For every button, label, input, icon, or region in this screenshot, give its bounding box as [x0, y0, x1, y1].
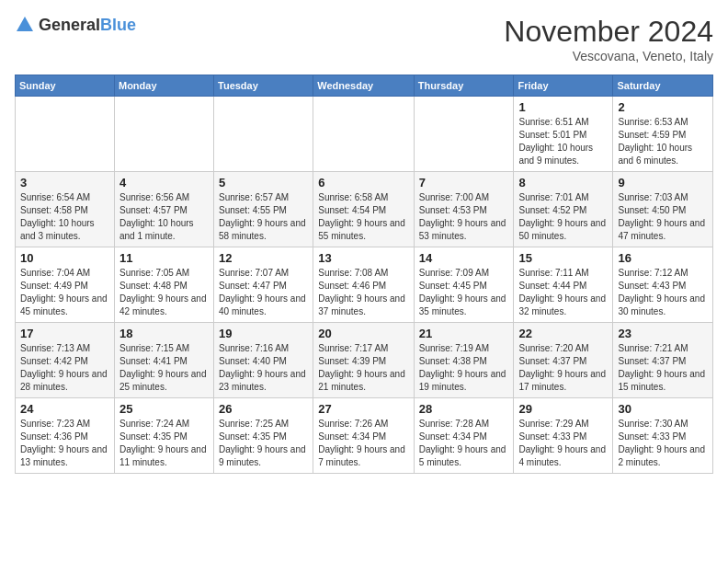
calendar-body: 1Sunrise: 6:51 AM Sunset: 5:01 PM Daylig…: [16, 97, 713, 474]
day-number: 6: [318, 176, 409, 190]
day-info: Sunrise: 7:01 AM Sunset: 4:52 PM Dayligh…: [518, 191, 608, 243]
day-info: Sunrise: 7:23 AM Sunset: 4:36 PM Dayligh…: [20, 418, 109, 469]
day-cell: 29Sunrise: 7:29 AM Sunset: 4:33 PM Dayli…: [514, 398, 613, 474]
day-cell: 10Sunrise: 7:04 AM Sunset: 4:49 PM Dayli…: [16, 247, 115, 323]
day-info: Sunrise: 7:17 AM Sunset: 4:39 PM Dayligh…: [318, 342, 409, 394]
day-number: 11: [119, 251, 209, 265]
header-cell-thursday: Thursday: [414, 75, 514, 97]
day-cell: [313, 97, 415, 172]
day-info: Sunrise: 7:28 AM Sunset: 4:34 PM Dayligh…: [419, 418, 509, 469]
day-number: 10: [20, 251, 109, 265]
day-info: Sunrise: 7:08 AM Sunset: 4:46 PM Dayligh…: [318, 267, 409, 318]
svg-marker-0: [17, 17, 33, 31]
day-info: Sunrise: 7:04 AM Sunset: 4:49 PM Dayligh…: [20, 267, 109, 318]
day-number: 26: [219, 402, 308, 416]
day-number: 3: [20, 176, 109, 190]
header-cell-wednesday: Wednesday: [313, 75, 415, 97]
day-cell: 23Sunrise: 7:21 AM Sunset: 4:37 PM Dayli…: [613, 323, 713, 398]
day-info: Sunrise: 7:26 AM Sunset: 4:34 PM Dayligh…: [318, 418, 409, 469]
day-number: 7: [419, 176, 509, 190]
day-info: Sunrise: 7:05 AM Sunset: 4:48 PM Dayligh…: [119, 267, 209, 318]
week-row-0: 1Sunrise: 6:51 AM Sunset: 5:01 PM Daylig…: [16, 97, 713, 172]
day-cell: [114, 97, 213, 172]
day-cell: 11Sunrise: 7:05 AM Sunset: 4:48 PM Dayli…: [114, 247, 213, 323]
day-number: 17: [20, 327, 109, 340]
week-row-1: 3Sunrise: 6:54 AM Sunset: 4:58 PM Daylig…: [16, 172, 713, 247]
day-cell: 14Sunrise: 7:09 AM Sunset: 4:45 PM Dayli…: [414, 247, 514, 323]
day-cell: 6Sunrise: 6:58 AM Sunset: 4:54 PM Daylig…: [313, 172, 415, 247]
day-number: 16: [618, 251, 708, 265]
day-info: Sunrise: 6:54 AM Sunset: 4:58 PM Dayligh…: [20, 191, 109, 243]
header-cell-tuesday: Tuesday: [214, 75, 313, 97]
day-cell: 2Sunrise: 6:53 AM Sunset: 4:59 PM Daylig…: [613, 97, 713, 172]
logo: GeneralBlue: [15, 15, 136, 35]
header-cell-saturday: Saturday: [613, 75, 713, 97]
day-cell: 24Sunrise: 7:23 AM Sunset: 4:36 PM Dayli…: [16, 398, 115, 474]
day-number: 14: [419, 251, 509, 265]
day-number: 23: [618, 327, 708, 340]
day-cell: 19Sunrise: 7:16 AM Sunset: 4:40 PM Dayli…: [214, 323, 313, 398]
day-info: Sunrise: 6:53 AM Sunset: 4:59 PM Dayligh…: [618, 116, 708, 167]
week-row-3: 17Sunrise: 7:13 AM Sunset: 4:42 PM Dayli…: [16, 323, 713, 398]
calendar-header: SundayMondayTuesdayWednesdayThursdayFrid…: [16, 75, 713, 97]
day-number: 2: [618, 100, 708, 114]
day-number: 19: [219, 327, 308, 340]
day-info: Sunrise: 7:07 AM Sunset: 4:47 PM Dayligh…: [219, 267, 308, 318]
logo-text-general: General: [39, 16, 100, 34]
location-subtitle: Vescovana, Veneto, Italy: [504, 49, 713, 63]
day-cell: 16Sunrise: 7:12 AM Sunset: 4:43 PM Dayli…: [613, 247, 713, 323]
day-info: Sunrise: 7:19 AM Sunset: 4:38 PM Dayligh…: [419, 342, 509, 394]
day-number: 30: [618, 402, 708, 416]
logo-text-blue: Blue: [100, 16, 136, 34]
day-cell: 28Sunrise: 7:28 AM Sunset: 4:34 PM Dayli…: [414, 398, 514, 474]
day-info: Sunrise: 7:24 AM Sunset: 4:35 PM Dayligh…: [119, 418, 209, 469]
week-row-4: 24Sunrise: 7:23 AM Sunset: 4:36 PM Dayli…: [16, 398, 713, 474]
day-number: 25: [119, 402, 209, 416]
day-number: 5: [219, 176, 308, 190]
day-cell: 7Sunrise: 7:00 AM Sunset: 4:53 PM Daylig…: [414, 172, 514, 247]
day-info: Sunrise: 7:00 AM Sunset: 4:53 PM Dayligh…: [419, 191, 509, 243]
logo-icon: [15, 15, 35, 35]
day-info: Sunrise: 6:58 AM Sunset: 4:54 PM Dayligh…: [318, 191, 409, 243]
day-number: 21: [419, 327, 509, 340]
day-number: 27: [318, 402, 409, 416]
day-info: Sunrise: 7:09 AM Sunset: 4:45 PM Dayligh…: [419, 267, 509, 318]
day-cell: 18Sunrise: 7:15 AM Sunset: 4:41 PM Dayli…: [114, 323, 213, 398]
day-info: Sunrise: 7:13 AM Sunset: 4:42 PM Dayligh…: [20, 342, 109, 394]
day-cell: 22Sunrise: 7:20 AM Sunset: 4:37 PM Dayli…: [514, 323, 613, 398]
day-number: 24: [20, 402, 109, 416]
day-number: 22: [518, 327, 608, 340]
day-cell: 21Sunrise: 7:19 AM Sunset: 4:38 PM Dayli…: [414, 323, 514, 398]
day-cell: 20Sunrise: 7:17 AM Sunset: 4:39 PM Dayli…: [313, 323, 415, 398]
day-number: 9: [618, 176, 708, 190]
day-number: 18: [119, 327, 209, 340]
day-cell: [414, 97, 514, 172]
day-cell: 15Sunrise: 7:11 AM Sunset: 4:44 PM Dayli…: [514, 247, 613, 323]
day-cell: 27Sunrise: 7:26 AM Sunset: 4:34 PM Dayli…: [313, 398, 415, 474]
month-title: November 2024: [504, 15, 713, 49]
day-cell: 17Sunrise: 7:13 AM Sunset: 4:42 PM Dayli…: [16, 323, 115, 398]
day-info: Sunrise: 6:56 AM Sunset: 4:57 PM Dayligh…: [119, 191, 209, 243]
day-info: Sunrise: 7:21 AM Sunset: 4:37 PM Dayligh…: [618, 342, 708, 394]
day-info: Sunrise: 6:51 AM Sunset: 5:01 PM Dayligh…: [518, 116, 608, 167]
day-info: Sunrise: 7:11 AM Sunset: 4:44 PM Dayligh…: [518, 267, 608, 318]
day-cell: 9Sunrise: 7:03 AM Sunset: 4:50 PM Daylig…: [613, 172, 713, 247]
day-cell: 26Sunrise: 7:25 AM Sunset: 4:35 PM Dayli…: [214, 398, 313, 474]
header-row: SundayMondayTuesdayWednesdayThursdayFrid…: [16, 75, 713, 97]
day-cell: 8Sunrise: 7:01 AM Sunset: 4:52 PM Daylig…: [514, 172, 613, 247]
day-number: 1: [518, 100, 608, 114]
day-info: Sunrise: 7:16 AM Sunset: 4:40 PM Dayligh…: [219, 342, 308, 394]
day-cell: 25Sunrise: 7:24 AM Sunset: 4:35 PM Dayli…: [114, 398, 213, 474]
day-info: Sunrise: 7:15 AM Sunset: 4:41 PM Dayligh…: [119, 342, 209, 394]
calendar-table: SundayMondayTuesdayWednesdayThursdayFrid…: [15, 75, 713, 474]
day-cell: 30Sunrise: 7:30 AM Sunset: 4:33 PM Dayli…: [613, 398, 713, 474]
header-cell-friday: Friday: [514, 75, 613, 97]
day-info: Sunrise: 7:12 AM Sunset: 4:43 PM Dayligh…: [618, 267, 708, 318]
day-cell: 5Sunrise: 6:57 AM Sunset: 4:55 PM Daylig…: [214, 172, 313, 247]
day-cell: [16, 97, 115, 172]
day-number: 12: [219, 251, 308, 265]
day-number: 8: [518, 176, 608, 190]
day-cell: 4Sunrise: 6:56 AM Sunset: 4:57 PM Daylig…: [114, 172, 213, 247]
day-number: 20: [318, 327, 409, 340]
day-number: 29: [518, 402, 608, 416]
